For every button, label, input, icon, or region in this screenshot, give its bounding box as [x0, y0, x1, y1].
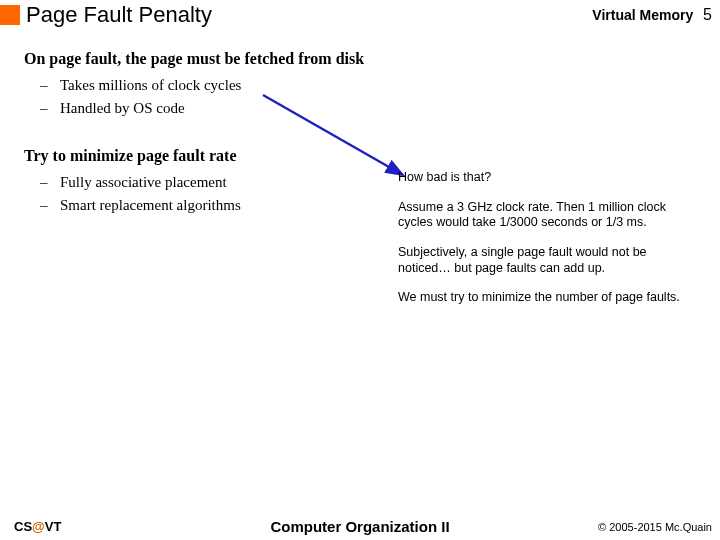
page-number: 5: [703, 6, 712, 23]
sidebar-notes: How bad is that? Assume a 3 GHz clock ra…: [398, 170, 698, 320]
body-heading-1: On page fault, the page must be fetched …: [24, 50, 696, 68]
bullet-list-1: Takes millions of clock cycles Handled b…: [60, 74, 696, 119]
footer-center: Computer Organization II: [270, 518, 449, 535]
list-item: Takes millions of clock cycles: [60, 74, 696, 97]
footer-vt: VT: [45, 519, 62, 534]
footer-at: @: [32, 519, 45, 534]
accent-square-icon: [0, 5, 20, 25]
note-paragraph: How bad is that?: [398, 170, 698, 186]
footer-cs: CS: [14, 519, 32, 534]
footer-left: CS@VT: [14, 519, 61, 534]
slide-title: Page Fault Penalty: [26, 2, 592, 28]
footer-copyright: © 2005-2015 Mc.Quain: [598, 521, 712, 533]
list-item: Handled by OS code: [60, 97, 696, 120]
note-paragraph: Assume a 3 GHz clock rate. Then 1 millio…: [398, 200, 698, 231]
section-name: Virtual Memory: [592, 7, 693, 23]
note-paragraph: Subjectively, a single page fault would …: [398, 245, 698, 276]
slide: Page Fault Penalty Virtual Memory 5 On p…: [0, 0, 720, 540]
slide-footer: CS@VT Computer Organization II © 2005-20…: [0, 519, 720, 534]
slide-header: Page Fault Penalty Virtual Memory 5: [0, 0, 720, 34]
section-label: Virtual Memory 5: [592, 6, 720, 24]
body-heading-2: Try to minimize page fault rate: [24, 147, 696, 165]
note-paragraph: We must try to minimize the number of pa…: [398, 290, 698, 306]
